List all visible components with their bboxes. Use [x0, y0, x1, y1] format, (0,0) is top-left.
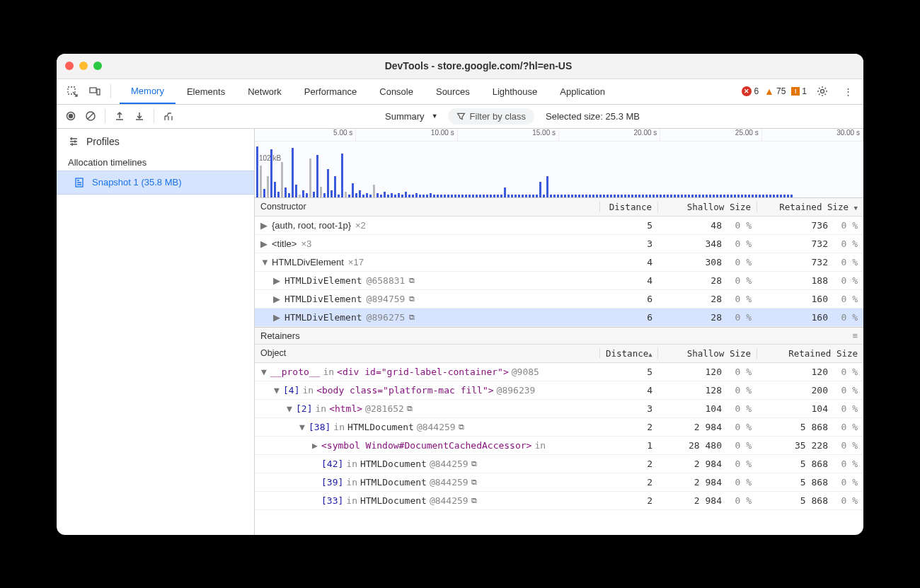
- timeline-bar: [284, 188, 287, 197]
- timeline-bar: [267, 176, 269, 197]
- tree-toggle-icon[interactable]: ▶: [273, 294, 280, 304]
- reveal-icon[interactable]: ⧉: [409, 313, 415, 322]
- tree-toggle-icon[interactable]: ▼: [273, 385, 280, 396]
- col-object[interactable]: Object: [255, 348, 600, 358]
- retainer-row[interactable]: ▶<symbol Window#DocumentCachedAccessor> …: [255, 437, 863, 455]
- reveal-icon[interactable]: ⧉: [409, 276, 415, 285]
- retainer-row[interactable]: ▼[2] in <html> @281652 ⧉31040 %1040 %: [255, 400, 863, 418]
- tree-toggle-icon[interactable]: ▶: [273, 275, 280, 286]
- col-constructor[interactable]: Constructor: [255, 202, 600, 212]
- tab-elements[interactable]: Elements: [176, 79, 236, 104]
- inspect-icon[interactable]: [62, 81, 82, 101]
- constructor-row[interactable]: ▶HTMLDivElement @658831 ⧉4280 %1880 %: [255, 272, 863, 290]
- retainer-row[interactable]: [33] in HTMLDocument @844259 ⧉22 9840 %5…: [255, 492, 863, 510]
- tab-network[interactable]: Network: [236, 79, 293, 104]
- tree-toggle-icon[interactable]: ▼: [260, 257, 268, 267]
- gc-icon[interactable]: [160, 108, 177, 125]
- timeline-bar: [384, 192, 386, 197]
- col-shallow[interactable]: Shallow Size: [658, 202, 757, 212]
- timeline-bar: [306, 193, 308, 197]
- upload-icon[interactable]: [111, 108, 128, 125]
- tree-toggle-icon[interactable]: ▶: [260, 238, 268, 249]
- tree-toggle-icon[interactable]: ▼: [260, 367, 268, 377]
- reveal-icon[interactable]: ⧉: [471, 459, 477, 468]
- col-retained[interactable]: Retained Size: [757, 348, 863, 359]
- timeline-tick: 5.00 s: [255, 129, 356, 141]
- timeline-bar: [334, 176, 336, 197]
- timeline-bar: [780, 195, 782, 197]
- minimize-icon[interactable]: [79, 62, 88, 70]
- filter-input[interactable]: Filter by class: [448, 108, 534, 125]
- col-shallow[interactable]: Shallow Size: [658, 348, 757, 359]
- retainer-row[interactable]: ▼[4] in <body class="platform-mac fill">…: [255, 381, 863, 400]
- reveal-icon[interactable]: ⧉: [471, 496, 477, 505]
- record-icon[interactable]: [62, 108, 79, 125]
- timeline-bar: [553, 195, 556, 197]
- download-icon[interactable]: [131, 108, 148, 125]
- tree-toggle-icon[interactable]: ▶: [273, 312, 280, 323]
- constructor-row[interactable]: ▶<title> ×333480 %7320 %: [255, 235, 863, 253]
- zoom-icon[interactable]: [93, 62, 102, 70]
- constructor-row[interactable]: ▶HTMLDivElement @894759 ⧉6280 %1600 %: [255, 290, 863, 309]
- timeline-bar: [323, 193, 326, 197]
- timeline-bar: [454, 195, 456, 197]
- tab-sources[interactable]: Sources: [425, 79, 481, 104]
- reveal-icon[interactable]: ⧉: [471, 478, 477, 487]
- timeline-bar: [769, 195, 771, 197]
- close-icon[interactable]: [65, 62, 74, 70]
- timeline-bar: [288, 193, 290, 197]
- timeline-bar: [568, 195, 570, 197]
- gear-icon[interactable]: [812, 81, 832, 101]
- tab-performance[interactable]: Performance: [293, 79, 368, 104]
- timeline-bar: [727, 195, 729, 197]
- tree-toggle-icon[interactable]: ▶: [311, 440, 318, 451]
- timeline-bar: [716, 195, 718, 197]
- retainer-row[interactable]: ▼__proto__ in <div id="grid-label-contai…: [255, 363, 863, 381]
- timeline-bar: [575, 195, 577, 197]
- timeline-bar: [292, 148, 294, 197]
- error-count[interactable]: ✕6: [742, 86, 759, 96]
- retainer-row[interactable]: [42] in HTMLDocument @844259 ⧉22 9840 %5…: [255, 455, 863, 473]
- retainer-row[interactable]: [39] in HTMLDocument @844259 ⧉22 9840 %5…: [255, 473, 863, 492]
- tree-toggle-icon[interactable]: ▶: [260, 220, 268, 231]
- allocation-timeline[interactable]: 5.00 s10.00 s15.00 s20.00 s25.00 s30.00 …: [255, 129, 863, 198]
- timeline-bar: [582, 195, 584, 197]
- constructor-row[interactable]: ▶{auth, root, root-1p} ×25480 %7360 %: [255, 217, 863, 235]
- timeline-bar: [706, 195, 708, 197]
- timeline-bar: [624, 195, 626, 197]
- col-distance[interactable]: Distance▲: [600, 348, 658, 359]
- timeline-bar: [295, 185, 297, 197]
- col-retained[interactable]: Retained Size ▼: [757, 202, 863, 212]
- tree-toggle-icon[interactable]: ▼: [299, 422, 306, 432]
- constructor-row[interactable]: ▼HTMLDivElement ×1743080 %7320 %: [255, 253, 863, 272]
- timeline-bar: [560, 195, 563, 197]
- timeline-bar: [422, 195, 425, 197]
- timeline-bar: [444, 195, 446, 197]
- col-distance[interactable]: Distance: [600, 202, 658, 212]
- clear-icon[interactable]: [82, 108, 99, 125]
- timeline-bar: [401, 195, 403, 197]
- snapshot-item[interactable]: Snapshot 1 (35.8 MB): [57, 171, 254, 195]
- view-dropdown[interactable]: Summary▼: [378, 108, 445, 125]
- tab-lighthouse[interactable]: Lighthouse: [481, 79, 549, 104]
- more-icon[interactable]: ⋮: [838, 81, 858, 101]
- timeline-bar: [525, 195, 527, 197]
- timeline-bar: [299, 195, 301, 197]
- tab-console[interactable]: Console: [368, 79, 425, 104]
- reveal-icon[interactable]: ⧉: [409, 294, 415, 304]
- warning-count[interactable]: ▲75: [764, 86, 786, 97]
- constructor-row[interactable]: ▶HTMLDivElement @896275 ⧉6280 %1600 %: [255, 309, 863, 327]
- device-toggle-icon[interactable]: [85, 81, 105, 101]
- retainer-row[interactable]: ▼[38] in HTMLDocument @844259 ⧉22 9840 %…: [255, 418, 863, 437]
- tab-application[interactable]: Application: [548, 79, 616, 104]
- retainers-menu-icon[interactable]: ≡: [852, 330, 858, 341]
- timeline-bar: [338, 195, 340, 197]
- info-count[interactable]: !1: [791, 86, 807, 96]
- profiles-header: Profiles: [57, 129, 254, 154]
- timeline-bar: [621, 195, 623, 197]
- reveal-icon[interactable]: ⧉: [407, 404, 413, 413]
- reveal-icon[interactable]: ⧉: [459, 422, 464, 432]
- timeline-bar: [327, 169, 329, 197]
- tab-memory[interactable]: Memory: [120, 79, 176, 104]
- tree-toggle-icon[interactable]: ▼: [286, 403, 293, 414]
